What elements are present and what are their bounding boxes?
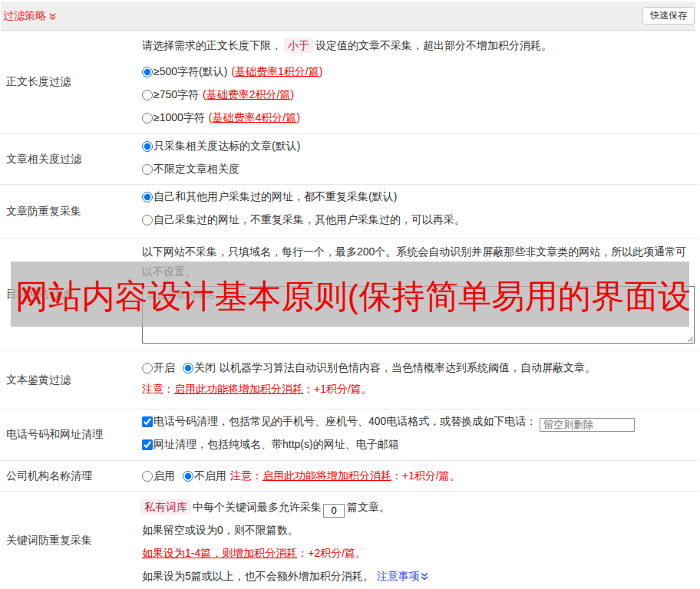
row-label-company: 公司机构名称清理 (0, 461, 142, 491)
row-content: 启用不启用注意：启用此功能将增加积分消耗：+1积分/篇。 (142, 461, 698, 491)
dedup-all-radio[interactable] (142, 192, 153, 202)
fee-note: (基础费率4积分/篇) (209, 111, 300, 123)
dedup-own-radio[interactable] (142, 215, 153, 225)
row-content: 请选择需求的正文长度下限，小于设定值的文章不采集，超出部分不增加积分消耗。 ≥5… (142, 31, 698, 133)
porn-off-radio[interactable] (183, 363, 193, 373)
option-line: 电话号码清理，包括常见的手机号、座机号、400电话格式，或替换成如下电话： (142, 410, 698, 433)
keyword-note-cost: 如果设为1-4篇，则增加积分消耗：+2积分/篇。 (142, 541, 698, 564)
filter-strategy-header: 过滤策略 快速保存 (1, 2, 695, 31)
length-750-radio[interactable] (142, 90, 153, 100)
porn-filter-desc: 以机器学习算法自动识别色情内容，当色情概率达到系统阈值，自动屏蔽文章。 (220, 361, 596, 373)
row-length-filter: 正文长度过滤 请选择需求的正文长度下限，小于设定值的文章不采集，超出部分不增加积… (0, 31, 698, 134)
private-lexicon-tag: 私有词库 (140, 499, 191, 515)
row-label-porn-filter: 文本鉴黄过滤 (0, 351, 142, 409)
row-content: 开启关闭以机器学习算法自动识别色情内容，当色情概率达到系统阈值，自动屏蔽文章。 … (142, 351, 698, 409)
company-clean-note: 注意：启用此功能将增加积分消耗：+1积分/篇。 (230, 469, 461, 482)
notice-link[interactable]: 注意事项 (377, 570, 428, 582)
row-label-phone-url: 电话号码和网址清理 (0, 410, 142, 460)
length-1000-radio[interactable] (142, 113, 153, 123)
keyword-limit-line: 私有词库中每个关键词最多允许采集篇文章。 (142, 495, 698, 518)
watermark-title: 网站内容设计基本原则(保持简单易用的界面设 (15, 270, 689, 319)
chevron-double-down-icon (421, 572, 428, 581)
quick-save-button[interactable]: 快速保存 (642, 7, 695, 25)
row-label-keyword: 关键词防重复采集 (0, 492, 142, 589)
length-option-500: ≥500字符(默认)(基础费率1积分/篇) (142, 60, 698, 83)
length-filter-intro: 请选择需求的正文长度下限，小于设定值的文章不采集，超出部分不增加积分消耗。 (142, 34, 698, 57)
row-porn-filter: 文本鉴黄过滤 开启关闭以机器学习算法自动识别色情内容，当色情概率达到系统阈值，自… (0, 351, 698, 410)
company-on-radio[interactable] (142, 471, 153, 482)
less-than-tag: 小于 (284, 38, 313, 53)
option-line: 只采集相关度达标的文章(默认) (142, 134, 698, 157)
option-line: 启用不启用注意：启用此功能将增加积分消耗：+1积分/篇。 (142, 464, 698, 487)
row-phone-url-clean: 电话号码和网址清理 电话号码清理，包括常见的手机号、座机号、400电话格式，或替… (0, 410, 698, 461)
length-option-750: ≥750字符(基础费率2积分/篇) (142, 83, 698, 106)
porn-filter-note: 注意：启用此功能将增加积分消耗：+1积分/篇。 (142, 378, 698, 400)
relevance-any-radio[interactable] (142, 164, 153, 175)
url-clean-checkbox[interactable] (142, 439, 153, 450)
row-keyword-dedup: 关键词防重复采集 私有词库中每个关键词最多允许采集篇文章。 如果留空或设为0，则… (0, 492, 698, 589)
option-line: 不限定文章相关度 (142, 157, 698, 180)
row-label-dedup: 文章防重复采集 (0, 185, 142, 238)
fee-note: (基础费率1积分/篇) (231, 65, 322, 77)
chevron-double-down-icon (49, 13, 56, 20)
phone-clean-checkbox[interactable] (142, 416, 153, 427)
row-label-relevance: 文章相关度过滤 (0, 134, 142, 184)
row-relevance-filter: 文章相关度过滤 只采集相关度达标的文章(默认) 不限定文章相关度 (0, 134, 698, 185)
row-company-clean: 公司机构名称清理 启用不启用注意：启用此功能将增加积分消耗：+1积分/篇。 (0, 461, 698, 492)
company-off-radio[interactable] (183, 471, 193, 482)
relevance-strict-radio[interactable] (142, 141, 153, 152)
keyword-note-free: 如果设为5篇或以上，也不会额外增加积分消耗。注意事项 (142, 564, 698, 587)
row-dedup: 文章防重复采集 自己和其他用户采集过的网址，都不重复采集(默认) 自己采集过的网… (0, 185, 698, 239)
fee-note: (基础费率2积分/篇) (203, 88, 294, 100)
page-title[interactable]: 过滤策略 (3, 9, 56, 23)
porn-on-radio[interactable] (142, 363, 153, 373)
keyword-limit-input[interactable] (323, 504, 345, 518)
page-title-text: 过滤策略 (3, 9, 46, 23)
option-line: 开启关闭以机器学习算法自动识别色情内容，当色情概率达到系统阈值，自动屏蔽文章。 (142, 357, 698, 378)
row-content: 自己和其他用户采集过的网址，都不重复采集(默认) 自己采集过的网址，不重复采集，… (142, 185, 698, 238)
row-content: 私有词库中每个关键词最多允许采集篇文章。 如果留空或设为0，则不限篇数。 如果设… (142, 492, 698, 589)
length-500-radio[interactable] (142, 67, 153, 77)
replace-phone-input[interactable] (540, 418, 635, 432)
row-content: 只采集相关度达标的文章(默认) 不限定文章相关度 (142, 134, 698, 184)
keyword-note-unlimited: 如果留空或设为0，则不限篇数。 (142, 518, 698, 541)
row-content: 电话号码清理，包括常见的手机号、座机号、400电话格式，或替换成如下电话： 网址… (142, 410, 698, 460)
row-label-length-filter: 正文长度过滤 (0, 31, 142, 133)
option-line: 自己和其他用户采集过的网址，都不重复采集(默认) (142, 185, 698, 208)
length-option-1000: ≥1000字符(基础费率4积分/篇) (142, 106, 698, 129)
option-line: 网址清理，包括纯域名、带http(s)的网址、电子邮箱 (142, 433, 698, 456)
watermark-overlay-band: 网站内容设计基本原则(保持简单易用的界面设 (11, 262, 689, 327)
option-line: 自己采集过的网址，不重复采集，其他用户采集过的，可以再采。 (142, 208, 698, 231)
